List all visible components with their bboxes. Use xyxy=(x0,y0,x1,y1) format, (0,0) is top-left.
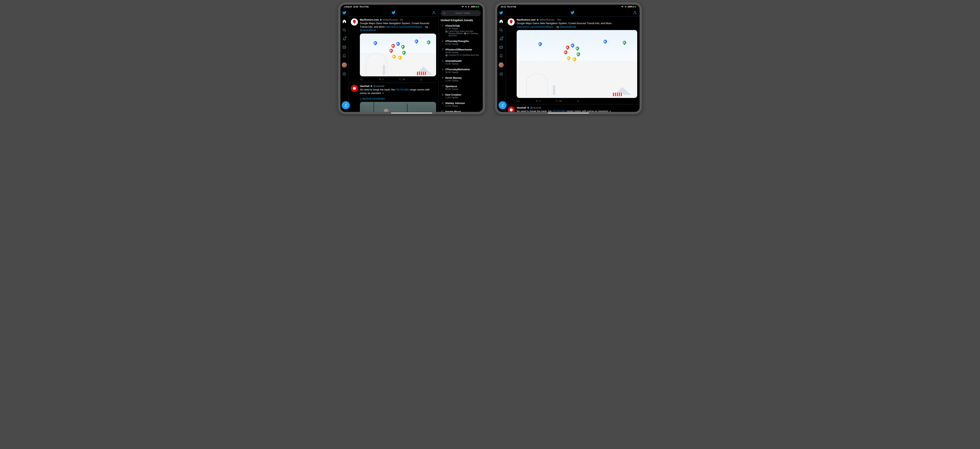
nav-bookmarks[interactable] xyxy=(499,54,503,58)
nav-messages[interactable] xyxy=(342,45,347,50)
search-input[interactable] xyxy=(447,12,479,14)
timeline-options-icon[interactable] xyxy=(432,11,436,14)
search-field[interactable] xyxy=(441,10,481,16)
nav-explore[interactable] xyxy=(499,28,503,32)
tweet-vauxhall[interactable]: Vauxhall @vauxhall No need to break the … xyxy=(348,83,439,112)
avatar-vauxhall[interactable] xyxy=(351,85,358,92)
share-button[interactable] xyxy=(420,78,423,81)
battery-indicator: 100%▮▮ xyxy=(627,6,636,8)
trend-item[interactable]: 6 Derek Mackay 11.6K Tweets ⌄ xyxy=(441,75,481,83)
nav-explore[interactable] xyxy=(342,28,347,32)
nav-notifications[interactable] xyxy=(499,37,503,41)
chevron-down-icon[interactable]: ⌄ xyxy=(479,110,481,112)
tweet-media-video[interactable] xyxy=(360,102,436,112)
author-name[interactable]: Vauxhall xyxy=(517,106,526,109)
author-handle[interactable]: @MacRumors xyxy=(383,18,398,21)
tweet-macrumors[interactable]: MacRumors.com @MacRumors ·16m Google Map… xyxy=(505,16,640,104)
chevron-down-icon[interactable]: ⌄ xyxy=(479,40,481,42)
trend-item[interactable]: 7 Spartacus 86.4K Tweets ⌄ xyxy=(441,83,481,92)
tweet-mention[interactable]: @waxeditorial xyxy=(560,25,576,28)
author-handle[interactable]: @vauxhall xyxy=(530,106,541,109)
retweet-button[interactable]: 1 xyxy=(379,78,383,81)
chevron-down-icon[interactable]: ⌄ xyxy=(479,85,481,87)
chevron-down-icon[interactable]: ⌄ xyxy=(479,60,481,62)
nav-profile-avatar[interactable] xyxy=(342,62,347,67)
chevron-down-icon[interactable]: ⌄ xyxy=(479,48,481,50)
svg-point-6 xyxy=(443,12,445,14)
tweet-time[interactable]: 16m xyxy=(557,18,562,21)
reply-button[interactable] xyxy=(517,99,520,102)
timeline-options-icon[interactable] xyxy=(633,11,637,14)
tweet-hashtag[interactable]: #SUVGriffin xyxy=(552,110,566,112)
tweet-link[interactable]: macrumors.com/2020/02/06/goo… xyxy=(517,25,556,28)
svg-point-12 xyxy=(502,74,502,74)
search-icon xyxy=(443,12,446,14)
nav-home[interactable] xyxy=(342,19,347,24)
trend-rank: 6 xyxy=(441,77,443,82)
svg-point-3 xyxy=(344,74,344,74)
nav-more[interactable] xyxy=(499,72,503,76)
nav-notifications[interactable] xyxy=(342,37,347,41)
tweet-link[interactable]: macrumors.com/2020/02/06/goo… xyxy=(385,25,425,28)
share-button[interactable] xyxy=(577,99,579,102)
chevron-down-icon[interactable]: ⌄ xyxy=(479,68,481,70)
chevron-down-icon[interactable]: ⌄ xyxy=(479,24,481,27)
timeline-column: MacRumors.com @MacRumors ·16m Google Map… xyxy=(505,9,640,112)
back-to-app[interactable]: ◂ Search xyxy=(344,6,352,8)
compose-tweet-button[interactable] xyxy=(342,101,350,109)
tweet-macrumors[interactable]: MacRumors.com @MacRumors ·5m Google Maps… xyxy=(348,16,439,83)
trend-item[interactable]: 4 #mentalhealth 15.6K Tweets ⌄ xyxy=(441,58,481,67)
author-handle[interactable]: @MacRumors xyxy=(539,18,555,21)
tweet-time[interactable]: 5m xyxy=(400,18,403,21)
trend-item[interactable]: 10 Natalie Wood 23.5K Tweets ⌄ xyxy=(441,109,481,112)
trend-count: 86.4K Tweets xyxy=(445,88,481,90)
trend-rank: 1 xyxy=(441,24,443,37)
nav-profile-avatar[interactable] xyxy=(499,62,504,67)
trend-name: #FlowersOfManchester xyxy=(445,48,481,51)
retweet-button[interactable]: 1 xyxy=(536,99,540,102)
battery-indicator: 100% ▮▮ xyxy=(471,6,479,8)
trend-rank: 8 xyxy=(441,93,443,99)
like-button[interactable]: 10 xyxy=(399,78,405,81)
tweet-media-image[interactable] xyxy=(360,34,436,77)
trend-item[interactable]: 8 East Croydon 1,253 Tweets ⌄ xyxy=(441,92,481,100)
trend-name: Stanley Johnson xyxy=(445,102,481,105)
nav-bookmarks[interactable] xyxy=(342,54,347,58)
trend-count: 3,729 Tweets xyxy=(445,105,481,107)
author-name[interactable]: MacRumors.com xyxy=(517,18,536,21)
reply-button[interactable] xyxy=(360,78,364,81)
trend-item[interactable]: 2 #ThursdayThoughts 43.5K Tweets ⌄ xyxy=(441,38,481,47)
author-handle[interactable]: @vauxhall xyxy=(373,85,384,88)
like-button[interactable]: 10 xyxy=(555,99,562,102)
trend-item[interactable]: 3 #FlowersOfManchester 40.8K Tweets Live… xyxy=(441,47,481,58)
tweet-hashtag[interactable]: #SUVGriffin xyxy=(396,88,409,91)
avatar-macrumors[interactable] xyxy=(508,18,515,26)
compose-tweet-button[interactable] xyxy=(499,101,506,109)
avatar-vauxhall[interactable] xyxy=(508,106,515,112)
tweet-media-image[interactable] xyxy=(517,30,637,98)
chevron-down-icon[interactable]: ⌄ xyxy=(479,93,481,96)
nav-messages[interactable] xyxy=(499,45,503,50)
tweet-vauxhall[interactable]: Vauxhall @vauxhall No need to break the … xyxy=(505,104,640,112)
nav-home[interactable] xyxy=(499,19,503,24)
author-name[interactable]: MacRumors.com xyxy=(360,18,379,21)
trend-item[interactable]: 9 Stanley Johnson 3,729 Tweets ⌄ xyxy=(441,100,481,109)
svg-point-5 xyxy=(345,74,345,74)
trend-count: 17.7K Tweets xyxy=(445,27,481,30)
trend-count: 11.6K Tweets xyxy=(445,80,481,82)
chevron-down-icon[interactable]: ⌄ xyxy=(479,102,481,104)
author-name[interactable]: Vauxhall xyxy=(360,85,369,88)
orientation-lock-icon: ⟲ xyxy=(625,6,626,8)
trend-name: Spartacus xyxy=(445,85,481,88)
tweet-mention[interactable]: @waxeditorial xyxy=(360,29,376,32)
twitter-logo-icon[interactable] xyxy=(342,11,347,15)
trend-item[interactable]: 1 #TimeToTalk 17.7K Tweets Carrie Plays … xyxy=(441,23,481,38)
trend-item[interactable]: 5 #ThursdayMotivation 30.5K Tweets ⌄ xyxy=(441,67,481,75)
tweet-link[interactable]: s.vauxhall.com/d9sgm xyxy=(360,97,385,100)
verified-badge-icon xyxy=(536,19,539,21)
twitter-logo-icon[interactable] xyxy=(499,11,503,15)
chevron-down-icon[interactable]: ⌄ xyxy=(479,77,481,79)
avatar-macrumors[interactable] xyxy=(351,18,358,26)
svg-point-10 xyxy=(500,74,501,74)
nav-more[interactable] xyxy=(342,72,347,76)
